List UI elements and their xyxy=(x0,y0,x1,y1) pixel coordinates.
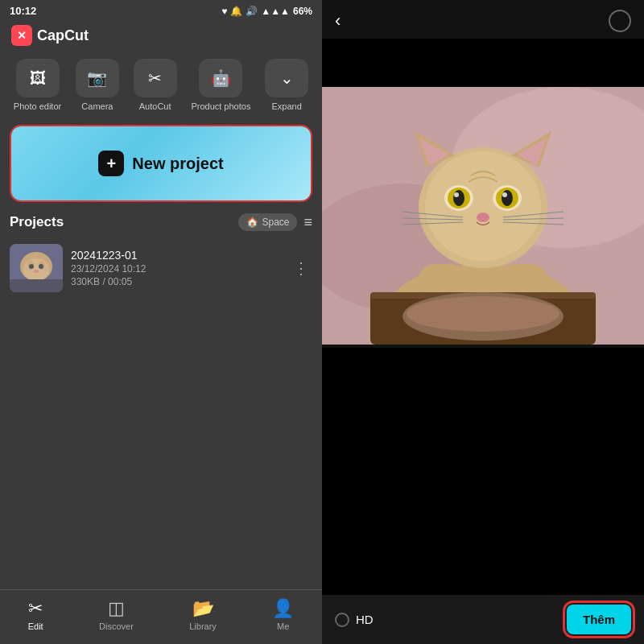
right-panel: ‹ xyxy=(322,0,644,644)
circle-button[interactable] xyxy=(609,10,631,32)
plus-icon: + xyxy=(98,151,124,176)
space-label: Space xyxy=(262,217,289,228)
discover-label: Discover xyxy=(99,621,134,631)
space-button[interactable]: 🏠 Space xyxy=(238,213,297,231)
hd-radio[interactable] xyxy=(335,613,349,627)
projects-title: Projects xyxy=(10,214,64,230)
project-thumbnail xyxy=(10,244,63,292)
back-button[interactable]: ‹ xyxy=(335,10,341,31)
edit-icon: ✂ xyxy=(28,598,43,619)
library-label: Library xyxy=(189,621,217,631)
svg-rect-12 xyxy=(10,279,63,292)
new-project-label: New project xyxy=(132,155,223,173)
project-menu-button[interactable]: ⋮ xyxy=(290,255,312,281)
quick-action-photo-editor[interactable]: 🖼 Photo editor xyxy=(14,59,61,112)
project-duration: 00:05 xyxy=(108,276,132,287)
app-header: ✕ CapCut xyxy=(0,20,322,54)
nav-discover[interactable]: ◫ Discover xyxy=(99,598,134,631)
projects-section: Projects 🏠 Space ≡ xyxy=(0,213,322,589)
edit-label: Edit xyxy=(28,621,43,631)
expand-label: Expand xyxy=(271,101,301,112)
svg-point-30 xyxy=(454,192,459,197)
cat-image-container xyxy=(322,87,644,348)
sort-icon[interactable]: ≡ xyxy=(303,214,312,231)
product-photos-icon: 🤖 xyxy=(199,59,242,97)
time: 10:12 xyxy=(10,5,36,17)
quick-action-autocut[interactable]: ✂ AutoCut xyxy=(134,59,177,112)
alarm-icon: 🔔 xyxy=(230,6,242,17)
quick-actions: 🖼 Photo editor 📷 Camera ✂ AutoCut 🤖 Prod… xyxy=(0,54,322,120)
quick-action-camera[interactable]: 📷 Camera xyxy=(76,59,119,112)
status-icons: ♥ 🔔 🔊 ▲▲▲ 66% xyxy=(221,6,312,17)
hd-option: HD xyxy=(335,613,374,627)
left-panel: 10:12 ♥ 🔔 🔊 ▲▲▲ 66% ✕ CapCut 🖼 Photo edi… xyxy=(0,0,322,644)
space-house-icon: 🏠 xyxy=(246,217,258,228)
me-icon: 👤 xyxy=(272,598,294,619)
them-button[interactable]: Thêm xyxy=(567,605,631,634)
expand-icon: ⌄ xyxy=(265,59,308,97)
svg-point-6 xyxy=(39,264,43,269)
black-top xyxy=(322,39,644,87)
bottom-bar: HD Thêm xyxy=(322,595,644,644)
status-bar: 10:12 ♥ 🔔 🔊 ▲▲▲ 66% xyxy=(0,0,322,20)
quick-action-product-photos[interactable]: 🤖 Product photos xyxy=(191,59,250,112)
cat-image-svg xyxy=(322,87,644,345)
project-size: 330KB xyxy=(71,276,100,287)
media-preview-area xyxy=(322,39,644,595)
logo-icon: ✕ xyxy=(11,25,32,46)
volume-icon: 🔊 xyxy=(246,6,258,17)
nav-me[interactable]: 👤 Me xyxy=(272,598,294,631)
logo-text: CapCut xyxy=(37,27,89,44)
hd-label: HD xyxy=(356,613,374,626)
svg-point-33 xyxy=(502,190,513,206)
product-photos-label: Product photos xyxy=(191,101,250,112)
discover-icon: ◫ xyxy=(108,598,125,619)
photo-editor-icon: 🖼 xyxy=(16,59,60,97)
project-info: 20241223-01 23/12/2024 10:12 330KB / 00:… xyxy=(71,249,282,287)
photo-editor-label: Photo editor xyxy=(14,101,61,112)
autocut-icon: ✂ xyxy=(134,59,177,97)
projects-header-right: 🏠 Space ≡ xyxy=(238,213,312,231)
bottom-nav: ✂ Edit ◫ Discover 📂 Library 👤 Me xyxy=(0,589,322,644)
new-project-button[interactable]: + New project xyxy=(11,126,311,200)
project-date: 23/12/2024 10:12 xyxy=(71,263,282,275)
svg-point-35 xyxy=(477,213,489,222)
svg-point-43 xyxy=(407,296,559,332)
svg-point-5 xyxy=(29,264,34,269)
app-logo: ✕ CapCut xyxy=(11,25,89,46)
quick-action-expand[interactable]: ⌄ Expand xyxy=(265,59,308,112)
svg-point-26 xyxy=(425,151,541,261)
black-bottom xyxy=(322,348,644,595)
project-name: 20241223-01 xyxy=(71,249,282,262)
me-label: Me xyxy=(277,621,289,631)
heart-icon: ♥ xyxy=(221,6,227,17)
right-top-bar: ‹ xyxy=(322,0,644,39)
battery: 66% xyxy=(293,6,312,17)
autocut-label: AutoCut xyxy=(139,101,171,112)
projects-header: Projects 🏠 Space ≡ xyxy=(10,213,312,231)
camera-icon: 📷 xyxy=(76,59,119,97)
nav-library[interactable]: 📂 Library xyxy=(189,598,217,631)
wifi-icon: ▲▲▲ xyxy=(261,6,290,17)
svg-point-7 xyxy=(34,270,39,273)
new-project-section: + New project xyxy=(10,125,312,202)
project-meta: 330KB / 00:05 xyxy=(71,276,282,287)
project-item[interactable]: 20241223-01 23/12/2024 10:12 330KB / 00:… xyxy=(10,239,312,297)
svg-point-29 xyxy=(453,190,464,206)
camera-label: Camera xyxy=(81,101,113,112)
nav-edit[interactable]: ✂ Edit xyxy=(28,598,43,631)
svg-point-34 xyxy=(502,192,507,197)
library-icon: 📂 xyxy=(192,598,214,619)
